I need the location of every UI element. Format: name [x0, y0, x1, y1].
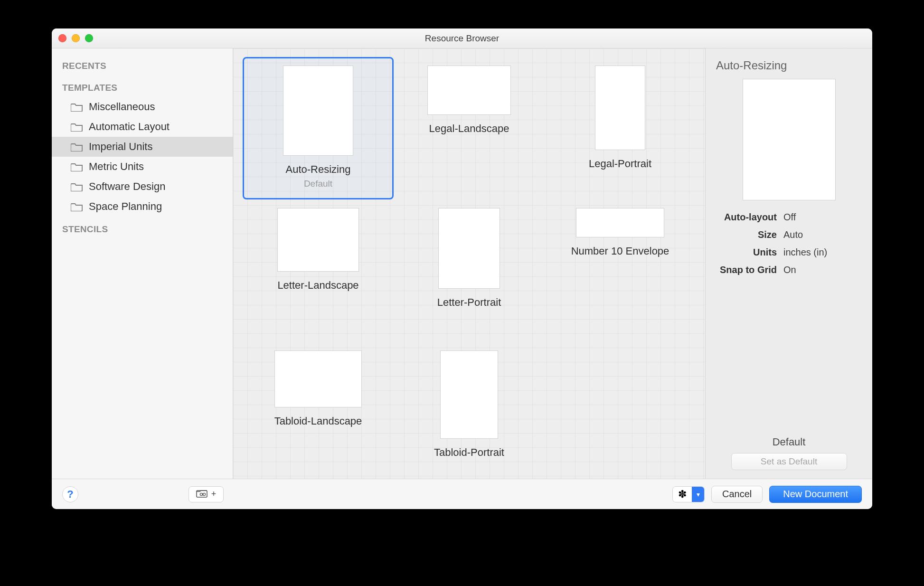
gear-icon: ✽ — [678, 488, 687, 501]
linked-folder-icon — [196, 489, 209, 500]
sidebar-item-label: Miscellaneous — [89, 101, 155, 113]
cancel-button[interactable]: Cancel — [711, 486, 763, 503]
footer-toolbar: ? + ✽ ▾ Cancel New Document — [52, 479, 872, 509]
zoom-window-button[interactable] — [85, 34, 93, 42]
help-icon: ? — [67, 488, 73, 501]
template-thumbnail — [277, 208, 359, 272]
template-gallery: Auto-ResizingDefaultLegal-LandscapeLegal… — [233, 48, 705, 479]
template-tile-letter-portrait[interactable]: Letter-Portrait — [394, 199, 545, 342]
prop-units-key: Units — [716, 247, 777, 258]
template-label: Letter-Portrait — [437, 296, 501, 309]
template-label: Legal-Portrait — [589, 158, 651, 170]
inspector-default-label: Default — [716, 436, 862, 448]
inspector-preview — [743, 79, 836, 200]
prop-snap-val: On — [783, 265, 862, 275]
sidebar-item-label: Space Planning — [89, 200, 162, 213]
template-label: Letter-Landscape — [277, 279, 358, 292]
template-label: Tabloid-Portrait — [434, 446, 504, 459]
folder-icon — [71, 162, 83, 171]
template-tile-tabloid-portrait[interactable]: Tabloid-Portrait — [394, 342, 545, 479]
chevron-down-icon: ▾ — [697, 491, 700, 498]
template-sublabel: Default — [304, 179, 332, 189]
sidebar-item-automatic-layout[interactable]: Automatic Layout — [52, 117, 233, 137]
folder-icon — [71, 102, 83, 112]
sidebar-item-space-planning[interactable]: Space Planning — [52, 197, 233, 217]
template-tile-legal-portrait[interactable]: Legal-Portrait — [545, 57, 696, 199]
help-button[interactable]: ? — [62, 486, 78, 502]
link-folder-button[interactable]: + — [189, 486, 224, 502]
prop-size-val: Auto — [783, 229, 862, 240]
sidebar: RECENTS TEMPLATES MiscellaneousAutomatic… — [52, 48, 233, 479]
inspector-title: Auto-Resizing — [716, 59, 862, 72]
sidebar-item-software-design[interactable]: Software Design — [52, 177, 233, 197]
sidebar-item-miscellaneous[interactable]: Miscellaneous — [52, 97, 233, 117]
folder-icon — [71, 182, 83, 191]
template-tile-tabloid-landscape[interactable]: Tabloid-Landscape — [243, 342, 394, 479]
plus-icon: + — [211, 489, 217, 499]
folder-icon — [71, 122, 83, 132]
template-tile-letter-landscape[interactable]: Letter-Landscape — [243, 199, 394, 342]
template-thumbnail — [274, 350, 362, 407]
folder-icon — [71, 142, 83, 151]
template-thumbnail — [576, 208, 664, 237]
prop-autolayout-val: Off — [783, 212, 862, 223]
sidebar-item-label: Imperial Units — [89, 141, 152, 153]
sidebar-section-recents[interactable]: RECENTS — [52, 53, 233, 75]
window-controls — [52, 34, 93, 42]
new-document-button[interactable]: New Document — [769, 486, 862, 503]
sidebar-item-label: Metric Units — [89, 161, 144, 173]
window-body: RECENTS TEMPLATES MiscellaneousAutomatic… — [52, 48, 872, 479]
resource-browser-window: Resource Browser RECENTS TEMPLATES Misce… — [52, 28, 872, 509]
template-tile-number-10-envelope[interactable]: Number 10 Envelope — [545, 199, 696, 342]
sidebar-section-templates[interactable]: TEMPLATES — [52, 75, 233, 97]
folder-icon — [71, 202, 83, 211]
template-thumbnail — [427, 66, 511, 115]
inspector: Auto-Resizing Auto-layout Off Size Auto … — [705, 48, 872, 479]
sidebar-section-stencils[interactable]: STENCILS — [52, 217, 233, 238]
inspector-properties: Auto-layout Off Size Auto Units inches (… — [716, 212, 862, 275]
prop-units-val: inches (in) — [783, 247, 862, 258]
template-thumbnail — [283, 66, 353, 156]
template-tile-auto-resizing[interactable]: Auto-ResizingDefault — [243, 57, 394, 199]
template-label: Auto-Resizing — [286, 163, 351, 176]
prop-snap-key: Snap to Grid — [716, 265, 777, 275]
sidebar-item-imperial-units[interactable]: Imperial Units — [52, 137, 233, 157]
template-thumbnail — [440, 350, 498, 439]
template-label: Number 10 Envelope — [571, 245, 669, 257]
prop-autolayout-key: Auto-layout — [716, 212, 777, 223]
minimize-window-button[interactable] — [72, 34, 80, 42]
window-title: Resource Browser — [52, 33, 872, 44]
sidebar-item-label: Software Design — [89, 180, 165, 193]
template-label: Tabloid-Landscape — [274, 415, 362, 427]
sidebar-item-label: Automatic Layout — [89, 121, 170, 133]
action-menu-button[interactable]: ✽ ▾ — [672, 486, 705, 502]
prop-size-key: Size — [716, 229, 777, 240]
sidebar-item-metric-units[interactable]: Metric Units — [52, 157, 233, 177]
titlebar: Resource Browser — [52, 28, 872, 48]
set-as-default-button[interactable]: Set as Default — [731, 453, 847, 470]
template-thumbnail — [438, 208, 500, 289]
template-tile-legal-landscape[interactable]: Legal-Landscape — [394, 57, 545, 199]
template-thumbnail — [595, 66, 645, 150]
close-window-button[interactable] — [58, 34, 66, 42]
template-label: Legal-Landscape — [429, 123, 509, 135]
